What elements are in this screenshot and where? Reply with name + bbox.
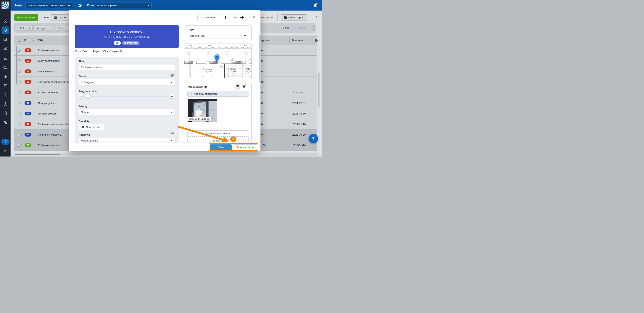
sidebar-item-settings[interactable]: [2, 119, 9, 126]
help-button[interactable]: ?: [308, 134, 318, 143]
attachments-grid-view-button[interactable]: [234, 84, 240, 90]
sidebar-item-dashboard[interactable]: [2, 18, 9, 25]
save-button[interactable]: Save: [210, 144, 232, 150]
ticket-progress-cell: 100: [261, 144, 266, 147]
table-horizontal-scrollbar-thumb[interactable]: [15, 154, 60, 155]
select-all-checkbox[interactable]: [18, 39, 20, 42]
ticket-title-cell: Fix broken window 1: [38, 144, 62, 147]
ticket-id-badge: 69: [114, 41, 121, 45]
sidebar-item-documents[interactable]: [2, 64, 9, 71]
app-logo[interactable]: [0, 0, 10, 11]
remove-filter-x-icon[interactable]: ×: [50, 27, 51, 30]
progress-slider-knob[interactable]: [86, 94, 90, 98]
filter-settings-sliders-icon[interactable]: [310, 26, 315, 30]
next-ticket-arrow-icon[interactable]: [240, 16, 244, 19]
plan-dimension-label: 0,30: [241, 47, 244, 48]
project-selector[interactable]: Office Complex 11 > Ground Floor: [26, 2, 72, 9]
svg-text:3: 3: [189, 52, 190, 54]
title-input[interactable]: Fix broken window: [78, 64, 175, 70]
add-attachment-button[interactable]: + Add new attachment: [188, 91, 249, 97]
plan-dimension-label: 2,02: [218, 47, 220, 48]
priority-select[interactable]: Normal: [78, 109, 175, 115]
ticket-form-type: Form: Task: [75, 50, 88, 53]
row-checkbox[interactable]: [18, 70, 20, 73]
attachments-list-view-icon[interactable]: [229, 85, 233, 89]
row-checkbox[interactable]: [18, 133, 20, 136]
row-checkbox[interactable]: [18, 91, 20, 94]
attachments-filter-funnel-icon[interactable]: [242, 84, 246, 89]
sidebar-item-plans[interactable]: [2, 36, 9, 43]
progress-clear-x-button[interactable]: ×: [78, 94, 84, 99]
filter-chip-status[interactable]: Status×: [17, 26, 32, 31]
row-checkbox[interactable]: [18, 60, 20, 62]
sidebar-item-tasks[interactable]: [2, 110, 9, 117]
ticket-meta-row: Form: Task Project: Office Complex 11: [75, 50, 122, 53]
sidebar-item-tickets[interactable]: [2, 27, 9, 34]
column-header-due-date[interactable]: Due date: [292, 39, 303, 42]
view-mode-value: List: [59, 16, 63, 19]
layer-select[interactable]: Ground Floor: [188, 33, 248, 39]
row-checkbox[interactable]: [18, 81, 20, 83]
progress-slider-track[interactable]: [88, 96, 168, 97]
sidebar-expand-chevron[interactable]: >: [0, 149, 10, 153]
ticket-id-badge: 49: [24, 91, 32, 94]
progress-field-label: Progress: [78, 90, 90, 93]
modal-more-options-kebab-icon[interactable]: ⋮: [224, 15, 227, 20]
settings-icon: [3, 120, 8, 125]
row-checkbox[interactable]: [18, 49, 20, 52]
modal-create-report-button[interactable]: Create report: [198, 15, 220, 20]
modal-close-icon[interactable]: ×: [253, 14, 255, 19]
save-and-close-button[interactable]: Save and close: [233, 144, 257, 150]
project-settings-gear-icon[interactable]: [78, 3, 82, 8]
create-ticket-button[interactable]: + Create Ticket: [14, 14, 38, 21]
table-vertical-scrollbar-thumb[interactable]: [318, 73, 320, 107]
sidebar-item-analytics[interactable]: [2, 45, 9, 52]
table-horizontal-scrollbar-track[interactable]: [14, 153, 318, 156]
table-left-scrollbar-thumb[interactable]: [16, 46, 18, 84]
ticket-id-badge: 48: [24, 101, 32, 105]
chevron-down-icon: [170, 82, 172, 83]
filter-active-dot-badge: [245, 84, 246, 86]
progress-confirm-check-button[interactable]: [170, 94, 175, 99]
svg-text:PDF: PDF: [285, 18, 287, 19]
status-select[interactable]: In Progress: [78, 79, 175, 85]
choose-date-button[interactable]: Choose Date: [78, 124, 104, 130]
filter-chip-assignee[interactable]: Assignee×: [35, 26, 53, 31]
column-header-id[interactable]: ID: [24, 39, 26, 42]
column-header-title[interactable]: Title: [38, 39, 43, 42]
floor-plan-preview[interactable]: 0,990,992,020,990,992,020,990,304,000,30…: [184, 44, 252, 79]
sidebar-item-statistics[interactable]: [2, 100, 9, 108]
more-options-kebab-icon[interactable]: ⋮: [315, 16, 318, 20]
row-checkbox[interactable]: [18, 102, 20, 104]
show-all-attachments-button[interactable]: Show all attachments: [188, 130, 249, 136]
attachments-panel: Attachments (1) + Add new attachment: [184, 83, 252, 151]
assignee-clear-x-icon[interactable]: ×: [165, 139, 167, 142]
previous-ticket-arrow-icon[interactable]: [233, 16, 238, 19]
eye-slash-visibility-icon[interactable]: [170, 132, 174, 135]
svg-text:5: 5: [226, 52, 228, 54]
notifications-bell-icon[interactable]: [312, 3, 318, 8]
sidebar-item-projects[interactable]: [2, 73, 9, 80]
row-checkbox[interactable]: [18, 112, 20, 115]
row-checkbox[interactable]: [18, 144, 20, 147]
choose-date-label: Choose Date: [86, 126, 101, 129]
form-selector[interactable]: All forms in project: [95, 2, 152, 9]
view-mode-selector[interactable]: List: [50, 14, 70, 21]
filter-clear-button[interactable]: Clear: [283, 26, 289, 29]
modal-scrollbar-thumb[interactable]: [259, 35, 260, 83]
row-checkbox[interactable]: [18, 123, 20, 125]
info-icon[interactable]: i: [170, 74, 174, 77]
create-ticket-label: Create Ticket: [20, 16, 36, 19]
ticket-title-cell: Broken doorknob: [38, 91, 58, 94]
attachment-photo-thumbnail[interactable]: 2025-05-14 09:19 am: [188, 99, 217, 122]
sidebar-item-milestones[interactable]: [2, 82, 9, 89]
ticket-progress-cell: 0: [261, 123, 263, 126]
remove-filter-x-icon[interactable]: ×: [29, 27, 30, 30]
column-settings-gear-icon[interactable]: [314, 39, 318, 42]
sidebar-item-team-location[interactable]: [2, 54, 9, 62]
plan-dimension-label: 2,02: [198, 47, 201, 48]
sort-caret-icon[interactable]: [32, 40, 34, 41]
sidebar-item-contacts[interactable]: [2, 91, 9, 99]
assistant-robot-button[interactable]: [1, 139, 10, 145]
create-report-button[interactable]: PDF Create report: [281, 14, 307, 21]
